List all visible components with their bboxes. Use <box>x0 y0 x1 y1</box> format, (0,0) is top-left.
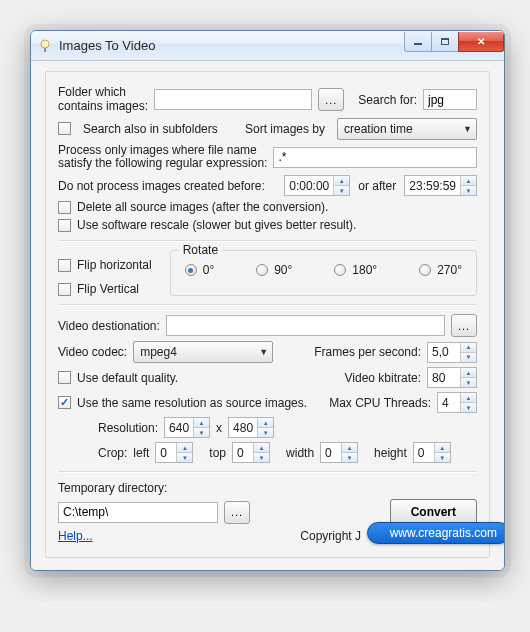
window-title: Images To Video <box>59 38 405 53</box>
rotate-180-label: 180° <box>352 263 377 277</box>
crop-height-label: height <box>374 446 407 460</box>
titlebar[interactable]: Images To Video ✕ <box>31 31 504 61</box>
spin-down-icon[interactable]: ▼ <box>254 453 269 462</box>
folder-label-2: contains images: <box>58 100 148 114</box>
svg-point-0 <box>41 40 49 48</box>
flip-h-label: Flip horizontal <box>77 258 152 272</box>
flip-v-checkbox[interactable] <box>58 283 71 296</box>
spin-down-icon[interactable]: ▼ <box>334 186 349 195</box>
time-after-spinner[interactable]: 23:59:59 ▲▼ <box>404 175 477 196</box>
spin-down-icon[interactable]: ▼ <box>177 453 192 462</box>
window-controls: ✕ <box>405 32 504 52</box>
spin-up-icon[interactable]: ▲ <box>342 443 357 453</box>
fps-value: 5,0 <box>428 343 460 362</box>
rotate-0-radio[interactable] <box>185 264 197 276</box>
browse-dest-button[interactable]: ... <box>451 314 477 337</box>
close-button[interactable]: ✕ <box>458 32 504 52</box>
flip-h-checkbox[interactable] <box>58 259 71 272</box>
sort-label: Sort images by <box>245 122 325 136</box>
spin-up-icon[interactable]: ▲ <box>461 368 476 378</box>
spin-up-icon[interactable]: ▲ <box>334 176 349 186</box>
spin-down-icon[interactable]: ▼ <box>435 453 450 462</box>
spin-down-icon[interactable]: ▼ <box>342 453 357 462</box>
minimize-button[interactable] <box>404 32 432 52</box>
crop-width-label: width <box>286 446 314 460</box>
spin-down-icon[interactable]: ▼ <box>461 378 476 387</box>
spin-down-icon[interactable]: ▼ <box>258 428 273 437</box>
x-label: x <box>216 421 222 435</box>
same-resolution-checkbox[interactable] <box>58 396 71 409</box>
rotate-legend: Rotate <box>179 243 222 257</box>
rotate-90-radio[interactable] <box>256 264 268 276</box>
res-h-spinner[interactable]: 480▲▼ <box>228 417 274 438</box>
spin-down-icon[interactable]: ▼ <box>461 403 476 412</box>
res-h-value: 480 <box>229 418 257 437</box>
same-resolution-label: Use the same resolution as source images… <box>77 396 307 410</box>
copyright-label: Copyright J <box>300 529 361 543</box>
crop-width-spinner[interactable]: 0▲▼ <box>320 442 358 463</box>
main-panel: Folder which contains images: ... Search… <box>45 71 490 558</box>
browse-temp-button[interactable]: ... <box>224 501 250 524</box>
delete-source-checkbox[interactable] <box>58 201 71 214</box>
rotate-270-radio[interactable] <box>419 264 431 276</box>
crop-height-spinner[interactable]: 0▲▼ <box>413 442 451 463</box>
rotate-group: Rotate 0° 90° 180° 270° <box>170 250 477 296</box>
codec-label: Video codec: <box>58 345 127 359</box>
spin-up-icon[interactable]: ▲ <box>258 418 273 428</box>
regex-label-1: Process only images where file name <box>58 144 267 158</box>
app-window: Images To Video ✕ Folder which contains … <box>30 30 505 571</box>
kbitrate-label: Video kbitrate: <box>345 371 422 385</box>
crop-top-label: top <box>209 446 226 460</box>
video-dest-label: Video destionation: <box>58 319 160 333</box>
spin-down-icon[interactable]: ▼ <box>461 186 476 195</box>
temp-dir-input[interactable] <box>58 502 218 523</box>
crop-left-spinner[interactable]: 0▲▼ <box>155 442 193 463</box>
spin-up-icon[interactable]: ▲ <box>435 443 450 453</box>
default-quality-checkbox[interactable] <box>58 371 71 384</box>
temp-dir-label: Temporary directory: <box>58 481 477 495</box>
watermark-badge: www.creagratis.com <box>367 522 505 544</box>
video-dest-input[interactable] <box>166 315 445 336</box>
rotate-0-label: 0° <box>203 263 214 277</box>
codec-combo[interactable]: mpeg4 ▼ <box>133 341 273 363</box>
delete-source-label: Delete all source images (after the conv… <box>77 200 328 214</box>
regex-input[interactable] <box>273 147 477 168</box>
or-after-label: or after <box>358 179 396 193</box>
spin-up-icon[interactable]: ▲ <box>194 418 209 428</box>
spin-up-icon[interactable]: ▲ <box>461 343 476 353</box>
subfolders-checkbox[interactable] <box>58 122 71 135</box>
maximize-button[interactable] <box>431 32 459 52</box>
crop-left-value: 0 <box>156 443 176 462</box>
time-after-value: 23:59:59 <box>405 176 460 195</box>
spin-down-icon[interactable]: ▼ <box>194 428 209 437</box>
resolution-label: Resolution: <box>98 421 158 435</box>
time-before-spinner[interactable]: 0:00:00 ▲▼ <box>284 175 350 196</box>
max-cpu-spinner[interactable]: 4 ▲▼ <box>437 392 477 413</box>
fps-label: Frames per second: <box>314 345 421 359</box>
spin-up-icon[interactable]: ▲ <box>177 443 192 453</box>
rotate-180-radio[interactable] <box>334 264 346 276</box>
flip-v-label: Flip Vertical <box>77 282 139 296</box>
res-w-value: 640 <box>165 418 193 437</box>
browse-folder-button[interactable]: ... <box>318 88 344 111</box>
spin-up-icon[interactable]: ▲ <box>254 443 269 453</box>
spin-up-icon[interactable]: ▲ <box>461 393 476 403</box>
crop-top-spinner[interactable]: 0▲▼ <box>232 442 270 463</box>
spin-down-icon[interactable]: ▼ <box>461 353 476 362</box>
not-before-label: Do not process images created before: <box>58 179 265 193</box>
folder-input[interactable] <box>154 89 312 110</box>
software-rescale-checkbox[interactable] <box>58 219 71 232</box>
sort-combo[interactable]: creation time ▼ <box>337 118 477 140</box>
codec-value: mpeg4 <box>140 345 177 359</box>
spin-up-icon[interactable]: ▲ <box>461 176 476 186</box>
subfolders-label: Search also in subfolders <box>83 122 218 136</box>
kbitrate-spinner[interactable]: 80 ▲▼ <box>427 367 477 388</box>
fps-spinner[interactable]: 5,0 ▲▼ <box>427 342 477 363</box>
rotate-90-label: 90° <box>274 263 292 277</box>
crop-top-value: 0 <box>233 443 253 462</box>
res-w-spinner[interactable]: 640▲▼ <box>164 417 210 438</box>
search-for-input[interactable] <box>423 89 477 110</box>
help-link[interactable]: Help... <box>58 529 93 543</box>
search-for-label: Search for: <box>358 93 417 107</box>
client-area: Folder which contains images: ... Search… <box>31 61 504 570</box>
